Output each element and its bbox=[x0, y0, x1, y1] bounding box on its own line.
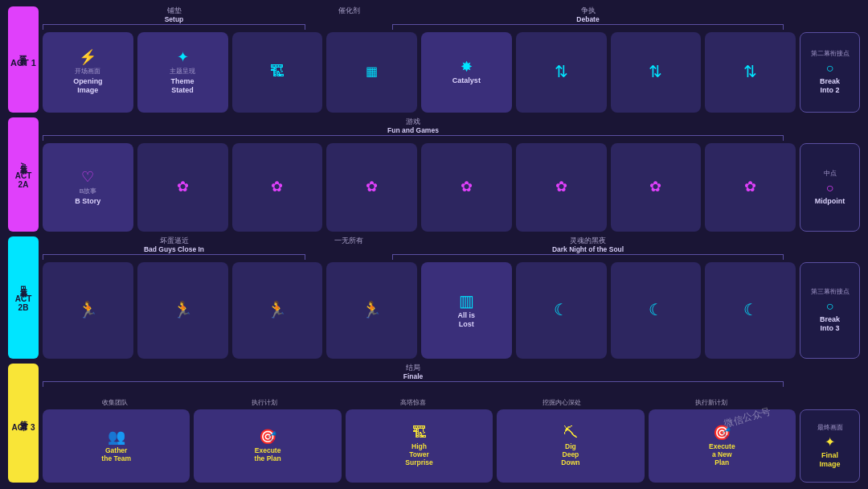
debate-group: 争执 Debate bbox=[392, 6, 784, 30]
card-badguy-1[interactable]: 🏃 bbox=[43, 262, 133, 359]
badguy2-icon: 🏃 bbox=[173, 302, 193, 318]
execute-new-plan-icon: 🎯 bbox=[713, 425, 731, 440]
act3-sub-labels: 收集团队 执行计划 高塔惊喜 挖掘内心深处 执行新计划 bbox=[43, 389, 860, 407]
card-break-into-3[interactable]: 第三幕衔接点 ○ Break Into 3 bbox=[800, 262, 860, 359]
card-fun-8[interactable]: ✿ bbox=[705, 143, 796, 232]
act2a-label: 第二幕A ACT 2A bbox=[8, 117, 39, 232]
darknight1-icon: ☾ bbox=[554, 302, 568, 318]
badguy3-icon: 🏃 bbox=[267, 302, 287, 318]
debate2-icon: ⇅ bbox=[649, 64, 662, 80]
card-midpoint[interactable]: 中点 ○ Midpoint bbox=[800, 143, 860, 232]
card-fun-3[interactable]: ✿ bbox=[232, 143, 323, 232]
fun7-icon: ✿ bbox=[649, 179, 661, 194]
act2b-cards: 🏃 🏃 🏃 🏃 ▥ All is Lost ☾ bbox=[43, 262, 860, 359]
fun-games-group: 游戏 Fun and Games bbox=[43, 117, 784, 141]
dark-night-group: 灵魂的黑夜 Dark Night of the Soul bbox=[392, 236, 784, 260]
act3-labels-row: 结局 Finale bbox=[43, 364, 860, 387]
gather-team-icon: 👥 bbox=[108, 429, 125, 444]
opening-image-icon: ⚡ bbox=[79, 50, 96, 64]
main-container: 第一幕 ACT 1 铺垫 Setup 催化剂 bbox=[0, 0, 868, 489]
bad-guys-group: 坏蛋逼近 Bad Guys Close In bbox=[43, 236, 305, 260]
catalyst-group: 催化剂 bbox=[317, 6, 380, 30]
b-story-icon: ♡ bbox=[81, 170, 94, 184]
act2a-row: 第二幕A ACT 2A 游戏 Fun and Games ♡ B故事 bbox=[8, 117, 860, 232]
theme-stated-icon: ✦ bbox=[177, 50, 189, 64]
act2a-labels-row: 游戏 Fun and Games bbox=[43, 117, 860, 141]
card-debate-3[interactable]: ⇅ bbox=[705, 32, 796, 113]
fun2-icon: ✿ bbox=[177, 179, 189, 194]
card-act2b-filler-1[interactable]: ☾ bbox=[705, 262, 796, 359]
darknight2-icon: ☾ bbox=[649, 302, 663, 318]
fun4-icon: ✿ bbox=[366, 179, 378, 194]
break3-icon: ○ bbox=[826, 300, 834, 313]
card-b-story[interactable]: ♡ B故事 B Story bbox=[43, 143, 133, 232]
card-fun-7[interactable]: ✿ bbox=[611, 143, 702, 232]
card-setup-3[interactable]: 🏗 bbox=[232, 32, 323, 113]
card-theme-stated[interactable]: ✦ 主题呈现 Theme Stated bbox=[137, 32, 228, 113]
high-tower-icon: 🏗 bbox=[412, 425, 427, 440]
execute-plan-icon: 🎯 bbox=[259, 429, 276, 444]
act1-label: 第一幕 ACT 1 bbox=[8, 6, 39, 113]
card-gather-team[interactable]: 👥 Gather the Team bbox=[43, 409, 190, 483]
fun5-icon: ✿ bbox=[461, 179, 473, 194]
badguy4-icon: 🏃 bbox=[362, 302, 382, 318]
act3-content: 结局 Finale 收集团队 执行计划 高塔惊喜 挖掘内 bbox=[43, 364, 860, 483]
act3-cards: 👥 Gather the Team 🎯 Execute the Plan 🏗 H… bbox=[43, 409, 860, 483]
card-dark-night-2[interactable]: ☾ bbox=[611, 262, 702, 359]
all-lost-icon: ▥ bbox=[459, 293, 474, 309]
act3-label: 第三幕 ACT 3 bbox=[8, 364, 39, 483]
act2b-filler1-icon: ☾ bbox=[743, 302, 758, 318]
all-lost-group: 一无所有 bbox=[317, 236, 380, 260]
act2b-row: 第二幕B ACT 2B 坏蛋逼近 Bad Guys Close In 一无所有 bbox=[8, 236, 860, 359]
fun6-icon: ✿ bbox=[555, 179, 567, 194]
card-badguy-4[interactable]: 🏃 bbox=[326, 262, 417, 359]
card-setup-4[interactable]: ▦ bbox=[326, 32, 417, 113]
dig-deep-icon: ⛏ bbox=[563, 425, 578, 440]
act2b-content: 坏蛋逼近 Bad Guys Close In 一无所有 灵魂的黑夜 Dark N… bbox=[43, 236, 860, 359]
card-debate-1[interactable]: ⇅ bbox=[516, 32, 607, 113]
card-fun-5[interactable]: ✿ bbox=[421, 143, 512, 232]
act2b-labels-row: 坏蛋逼近 Bad Guys Close In 一无所有 灵魂的黑夜 Dark N… bbox=[43, 236, 860, 260]
break2-icon: ○ bbox=[826, 62, 834, 75]
card-break-into-2[interactable]: 第二幕衔接点 ○ Break Into 2 bbox=[800, 32, 860, 113]
act1-labels-row: 铺垫 Setup 催化剂 争执 Debate bbox=[43, 6, 860, 30]
card-dark-night-1[interactable]: ☾ bbox=[516, 262, 607, 359]
card-opening-image[interactable]: ⚡ 开场画面 Opening Image bbox=[43, 32, 133, 113]
card-high-tower[interactable]: 🏗 High Tower Surprise bbox=[346, 409, 493, 483]
act1-row: 第一幕 ACT 1 铺垫 Setup 催化剂 bbox=[8, 6, 860, 113]
fun3-icon: ✿ bbox=[271, 179, 283, 194]
card-debate-2[interactable]: ⇅ bbox=[611, 32, 702, 113]
card-badguy-2[interactable]: 🏃 bbox=[137, 262, 228, 359]
debate1-icon: ⇅ bbox=[555, 64, 568, 80]
badguy1-icon: 🏃 bbox=[78, 302, 98, 318]
act2a-cards: ♡ B故事 B Story ✿ ✿ ✿ ✿ ✿ ✿ ✿ 中点 ○ Midpoin… bbox=[43, 143, 860, 232]
fun8-icon: ✿ bbox=[744, 179, 756, 194]
midpoint-icon: ○ bbox=[826, 182, 834, 195]
catalyst-icon: ✸ bbox=[461, 60, 473, 74]
card-execute-new-plan[interactable]: 🎯 Execute a New Plan bbox=[649, 409, 796, 483]
setup-group: 铺垫 Setup bbox=[43, 6, 305, 30]
card-all-is-lost[interactable]: ▥ All is Lost bbox=[421, 262, 512, 359]
card-fun-4[interactable]: ✿ bbox=[326, 143, 417, 232]
card-fun-2[interactable]: ✿ bbox=[137, 143, 228, 232]
act2b-label: 第二幕B ACT 2B bbox=[8, 236, 39, 359]
card-badguy-3[interactable]: 🏃 bbox=[232, 262, 323, 359]
act2a-content: 游戏 Fun and Games ♡ B故事 B Story ✿ ✿ ✿ bbox=[43, 117, 860, 232]
card-fun-6[interactable]: ✿ bbox=[516, 143, 607, 232]
setup4-icon: ▦ bbox=[366, 65, 378, 78]
debate3-icon: ⇅ bbox=[743, 64, 757, 80]
card-execute-plan[interactable]: 🎯 Execute the Plan bbox=[194, 409, 341, 483]
act1-content: 铺垫 Setup 催化剂 争执 Debate bbox=[43, 6, 860, 113]
card-final-image[interactable]: 最终画面 ✦ Final Image bbox=[800, 409, 860, 483]
setup3-icon: 🏗 bbox=[270, 64, 285, 79]
finale-group: 结局 Finale bbox=[43, 364, 784, 387]
final-image-icon: ✦ bbox=[825, 436, 835, 449]
act1-cards: ⚡ 开场画面 Opening Image ✦ 主题呈现 Theme Stated… bbox=[43, 32, 860, 113]
act3-row: 第三幕 ACT 3 结局 Finale 收集团队 执 bbox=[8, 364, 860, 483]
card-catalyst[interactable]: ✸ Catalyst bbox=[421, 32, 512, 113]
card-dig-deep[interactable]: ⛏ Dig Deep Down bbox=[497, 409, 644, 483]
